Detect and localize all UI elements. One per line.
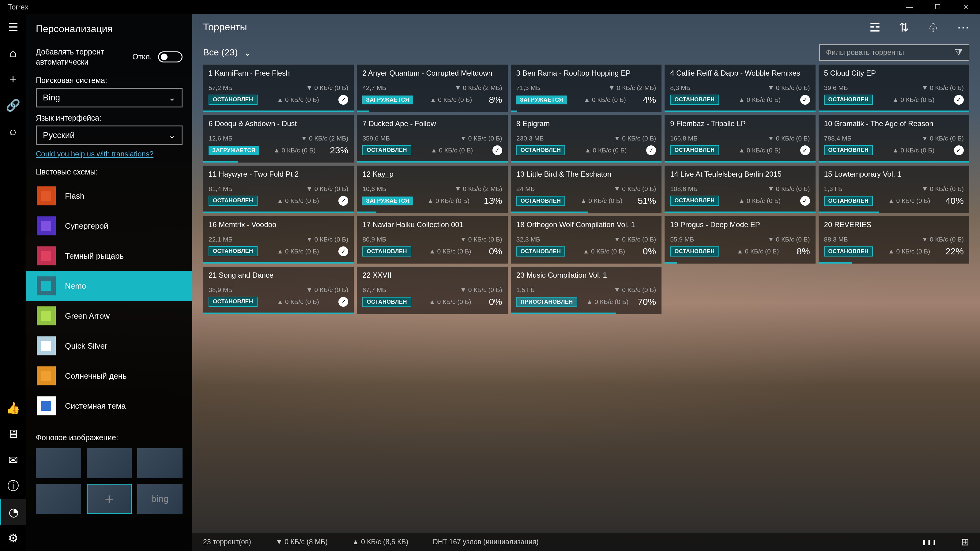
- scheme-item-6[interactable]: Солнечный день: [26, 361, 192, 391]
- filter-dropdown[interactable]: Все (23) ⌄: [203, 47, 251, 58]
- complete-check-icon: ✓: [339, 196, 348, 206]
- auto-add-toggle[interactable]: [158, 51, 183, 62]
- torrent-progress-bar: [665, 262, 676, 264]
- torrent-card[interactable]: 22 XXVII 67,7 МБ ▼ 0 КБ/с (0 Б) ОСТАНОВЛ…: [357, 267, 508, 314]
- complete-check-icon: ✓: [339, 297, 348, 307]
- torrent-card[interactable]: 15 Lowtemporary Vol. 1 1,3 ГБ ▼ 0 КБ/с (…: [819, 166, 969, 213]
- search-engine-select[interactable]: Bing ⌄: [36, 88, 183, 108]
- scheme-item-2[interactable]: Темный рыцарь: [26, 241, 192, 271]
- scheme-item-4[interactable]: Green Arrow: [26, 301, 192, 331]
- signal-icon[interactable]: ⫾⫾⫾: [922, 536, 937, 548]
- torrent-card[interactable]: 7 Ducked Ape - Follow 359,6 МБ ▼ 0 КБ/с …: [357, 115, 508, 162]
- torrent-card[interactable]: 2 Anyer Quantum - Corrupted Meltdown 42,…: [357, 65, 508, 112]
- torrent-up-speed: ▲ 0 КБ/с (0 Б): [583, 248, 625, 255]
- torrent-status-badge: ЗАГРУЖАЕТСЯ: [516, 95, 567, 105]
- torrent-card[interactable]: 21 Song and Dance 38,9 МБ ▼ 0 КБ/с (0 Б)…: [203, 267, 354, 314]
- torrent-status-badge: ОСТАНОВЛЕН: [824, 196, 873, 206]
- torrent-card[interactable]: 18 Orthogon Wolf Compilation Vol. 1 32,3…: [511, 216, 662, 264]
- close-button[interactable]: ✕: [952, 0, 980, 14]
- torrent-size: 108,6 МБ: [670, 185, 698, 192]
- language-value: Русский: [43, 130, 75, 140]
- torrent-down-speed: ▼ 0 КБ/с (0 Б): [921, 236, 964, 243]
- torrent-title: 20 REVERIES: [824, 221, 964, 229]
- torrent-title: 7 Ducked Ape - Follow: [362, 119, 502, 128]
- language-select[interactable]: Русский ⌄: [36, 125, 183, 145]
- torrent-card[interactable]: 9 Flembaz - Tripalle LP 166,8 МБ ▼ 0 КБ/…: [665, 115, 815, 162]
- bg-thumb-add[interactable]: +: [87, 484, 132, 514]
- torrent-card[interactable]: 13 Little Bird & The Eschaton 24 МБ ▼ 0 …: [511, 166, 662, 213]
- torrent-card[interactable]: 16 Memtrix - Voodoo 22,1 МБ ▼ 0 КБ/с (0 …: [203, 216, 354, 264]
- torrent-card[interactable]: 17 Naviar Haiku Collection 001 80,9 МБ ▼…: [357, 216, 508, 264]
- scheme-item-7[interactable]: Системная тема: [26, 391, 192, 421]
- translation-help-link[interactable]: Could you help us with translations?: [36, 150, 183, 158]
- like-icon[interactable]: 👍: [0, 395, 26, 421]
- link-icon[interactable]: 🔗: [0, 92, 26, 118]
- theme-icon[interactable]: ◔: [0, 499, 26, 525]
- add-icon[interactable]: +: [0, 66, 26, 92]
- filter-search-input[interactable]: [826, 48, 955, 57]
- chevron-down-icon: ⌄: [244, 47, 251, 58]
- torrent-card[interactable]: 5 Cloud City EP 39,6 МБ ▼ 0 КБ/с (0 Б) О…: [819, 65, 969, 112]
- torrent-card[interactable]: 6 Dooqu & Ashdown - Dust 12,6 МБ ▼ 0 КБ/…: [203, 115, 354, 162]
- scheme-name: Flash: [65, 191, 84, 201]
- hamburger-icon[interactable]: ☰: [0, 14, 26, 40]
- torrent-card[interactable]: 23 Music Compilation Vol. 1 1,5 ГБ ▼ 0 К…: [511, 267, 662, 314]
- torrent-size: 81,4 МБ: [208, 185, 232, 192]
- torrent-card[interactable]: 8 Epigram 230,3 МБ ▼ 0 КБ/с (0 Б) ОСТАНО…: [511, 115, 662, 162]
- torrent-title: 11 Haywyre - Two Fold Pt 2: [208, 170, 348, 178]
- info-icon[interactable]: ⓘ: [0, 473, 26, 499]
- more-icon[interactable]: ⋯: [957, 20, 969, 34]
- sort-icon[interactable]: ⇅: [899, 20, 909, 34]
- search-icon[interactable]: ⌕: [0, 118, 26, 144]
- complete-check-icon: ✓: [339, 95, 348, 105]
- torrent-up-speed: ▲ 0 КБ/с (0 Б): [580, 197, 623, 205]
- torrent-down-speed: ▼ 0 КБ/с (2 МБ): [455, 185, 502, 192]
- torrent-title: 17 Naviar Haiku Collection 001: [362, 221, 502, 229]
- scheme-name: Системная тема: [65, 401, 126, 411]
- torrent-card[interactable]: 1 KanniFam - Free Flesh 57,2 МБ ▼ 0 КБ/с…: [203, 65, 354, 112]
- device-icon[interactable]: 🖥: [0, 421, 26, 447]
- torrent-down-speed: ▼ 0 КБ/с (2 МБ): [455, 84, 502, 92]
- torrent-down-speed: ▼ 0 КБ/с (2 МБ): [301, 135, 348, 142]
- torrent-size: 42,7 МБ: [362, 84, 386, 92]
- torrent-card[interactable]: 19 Progus - Deep Mode EP 55,9 МБ ▼ 0 КБ/…: [665, 216, 815, 264]
- scheme-item-5[interactable]: Quick Silver: [26, 331, 192, 361]
- torrent-card[interactable]: 11 Haywyre - Two Fold Pt 2 81,4 МБ ▼ 0 К…: [203, 166, 354, 213]
- bg-thumb-3[interactable]: [137, 448, 183, 478]
- torrent-up-speed: ▲ 0 КБ/с (0 Б): [277, 197, 319, 205]
- bg-thumb-4[interactable]: [36, 484, 81, 514]
- maximize-button[interactable]: ☐: [924, 0, 952, 14]
- home-icon[interactable]: ⌂: [0, 40, 26, 66]
- scheme-item-0[interactable]: Flash: [26, 181, 192, 211]
- scheme-item-3[interactable]: Nemo: [26, 271, 192, 301]
- language-label: Язык интерфейса:: [36, 114, 183, 122]
- bg-thumb-bing[interactable]: bing: [137, 484, 183, 514]
- bg-thumb-1[interactable]: [36, 448, 81, 478]
- mail-icon[interactable]: ✉: [0, 447, 26, 473]
- torrent-card[interactable]: 20 REVERIES 88,3 МБ ▼ 0 КБ/с (0 Б) ОСТАН…: [819, 216, 969, 264]
- chevron-down-icon: ⌄: [169, 130, 175, 140]
- torrent-size: 12,6 МБ: [208, 135, 232, 142]
- grid-view-icon[interactable]: ⊞: [961, 536, 969, 548]
- scheme-item-1[interactable]: Супергерой: [26, 211, 192, 241]
- torrent-size: 57,2 МБ: [208, 84, 232, 92]
- torrent-status-badge: ОСТАНОВЛЕН: [516, 145, 565, 155]
- complete-check-icon: ✓: [492, 145, 502, 155]
- torrent-progress-bar: [203, 313, 354, 314]
- torrent-percent: 4%: [643, 95, 656, 105]
- torrent-card[interactable]: 14 Live At Teufelsberg Berlin 2015 108,6…: [665, 166, 815, 213]
- list-icon[interactable]: ☲: [869, 20, 880, 34]
- main-title: Торренты: [203, 21, 247, 33]
- filter-icon[interactable]: ⧩: [955, 47, 963, 58]
- scheme-name: Солнечный день: [65, 371, 127, 381]
- torrent-progress-bar: [203, 211, 354, 213]
- torrent-card[interactable]: 4 Callie Reiff & Dapp - Wobble Remixes 8…: [665, 65, 815, 112]
- torrent-card[interactable]: 3 Ben Rama - Rooftop Hopping EP 71,3 МБ …: [511, 65, 662, 112]
- notification-icon[interactable]: ♤: [928, 20, 939, 34]
- minimize-button[interactable]: —: [896, 0, 924, 14]
- settings-icon[interactable]: ⚙: [0, 525, 26, 551]
- torrent-grid: 1 KanniFam - Free Flesh 57,2 МБ ▼ 0 КБ/с…: [192, 65, 980, 314]
- torrent-card[interactable]: 12 Kay_p 10,6 МБ ▼ 0 КБ/с (2 МБ) ЗАГРУЖА…: [357, 166, 508, 213]
- torrent-card[interactable]: 10 Gramatik - The Age of Reason 788,4 МБ…: [819, 115, 969, 162]
- bg-thumb-2[interactable]: [87, 448, 132, 478]
